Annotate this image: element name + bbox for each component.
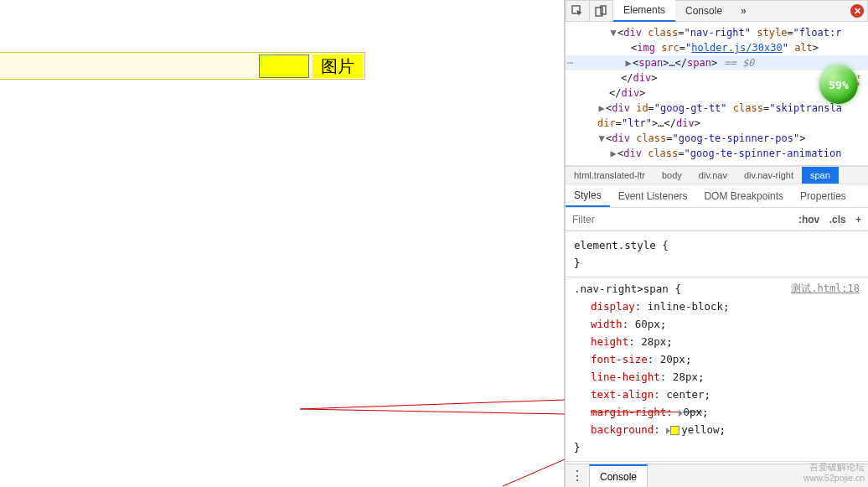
- css-prop[interactable]: background: yellow;: [574, 421, 860, 438]
- tab-elements[interactable]: Elements: [613, 0, 675, 22]
- svg-line-1: [300, 409, 565, 414]
- brace-close: }: [574, 438, 860, 456]
- crumb[interactable]: html.translated-ltr: [566, 167, 654, 184]
- hov-toggle[interactable]: :hov: [798, 214, 819, 225]
- css-prop[interactable]: line-height: 28px;: [574, 368, 860, 386]
- devtools-panel[interactable]: Elements Console » ✕ ▼<div class="nav-ri…: [565, 0, 868, 487]
- rule-element-style[interactable]: element.style {: [574, 236, 860, 254]
- nav-right: 图片: [259, 54, 364, 79]
- subtab-dom-breakpoints[interactable]: DOM Breakpoints: [695, 184, 792, 207]
- brace-close: }: [574, 254, 860, 272]
- dom-node[interactable]: ▶<div id="goog-gt-tt" class="skiptransla: [576, 101, 868, 116]
- dom-node[interactable]: ▼<div class="nav-right" style="float:r: [576, 25, 868, 40]
- crumb-active[interactable]: span: [802, 167, 839, 184]
- svg-line-2: [503, 459, 565, 486]
- nav-label: 图片: [313, 54, 363, 78]
- drawer-tab-console[interactable]: Console: [589, 464, 648, 487]
- styles-filter-input[interactable]: [572, 214, 792, 225]
- device-toggle-icon[interactable]: [590, 0, 613, 22]
- css-prop[interactable]: height: 28px;: [574, 333, 860, 350]
- styles-filter-row: :hov .cls +: [566, 208, 868, 231]
- dom-node[interactable]: <img src="holder.js/30x30" alt>: [576, 40, 868, 55]
- tab-console[interactable]: Console: [675, 0, 732, 22]
- dom-node-selected[interactable]: ▶<span>…</span>== $0: [566, 55, 868, 70]
- css-prop[interactable]: display: inline-block;: [574, 298, 860, 315]
- breadcrumb-bar: html.translated-ltr body div.nav div.nav…: [566, 166, 868, 184]
- styles-pane[interactable]: element.style { } 测试.html:18 .nav-right>…: [566, 231, 868, 464]
- css-prop[interactable]: text-align: center;: [574, 386, 860, 403]
- dom-node[interactable]: dir="ltr">…</div>: [576, 116, 868, 131]
- subtab-event-listeners[interactable]: Event Listeners: [610, 184, 696, 207]
- broken-image-icon: [259, 54, 309, 78]
- tabs-overflow-icon[interactable]: »: [732, 5, 755, 17]
- crumb[interactable]: div.nav: [690, 167, 736, 184]
- rule-source-link[interactable]: 测试.html:18: [791, 280, 860, 298]
- drawer-menu-icon[interactable]: ⋮: [566, 468, 589, 484]
- rule-selector[interactable]: .nav-right>span {: [574, 282, 681, 295]
- color-swatch[interactable]: [670, 426, 679, 435]
- css-prop[interactable]: font-size: 20px;: [574, 350, 860, 368]
- badge-arrows-icon: ↑↓: [856, 74, 860, 87]
- console-drawer: ⋮ Console: [566, 464, 868, 487]
- styles-tabbar: Styles Event Listeners DOM Breakpoints P…: [566, 184, 868, 208]
- css-prop-overridden[interactable]: margin-right: 0px;: [574, 403, 860, 421]
- inspect-icon[interactable]: [566, 0, 590, 22]
- error-badge[interactable]: ✕: [850, 4, 864, 18]
- rendered-page: 图片: [0, 0, 565, 487]
- new-rule-button[interactable]: +: [855, 214, 861, 225]
- dom-node[interactable]: ▼<div class="goog-te-spinner-pos">: [576, 131, 868, 146]
- svg-line-0: [300, 400, 565, 409]
- cls-toggle[interactable]: .cls: [829, 214, 846, 225]
- devtools-toolbar: Elements Console » ✕: [566, 0, 868, 22]
- css-prop[interactable]: width: 60px;: [574, 315, 860, 333]
- subtab-properties[interactable]: Properties: [792, 184, 855, 207]
- percent-badge[interactable]: 59% ↑↓: [819, 65, 858, 104]
- subtab-styles[interactable]: Styles: [566, 184, 610, 207]
- crumb[interactable]: body: [654, 167, 690, 184]
- dom-node[interactable]: ▶<div class="goog-te-spinner-animation: [576, 146, 868, 161]
- nav-container: 图片: [0, 52, 365, 80]
- crumb[interactable]: div.nav-right: [736, 167, 802, 184]
